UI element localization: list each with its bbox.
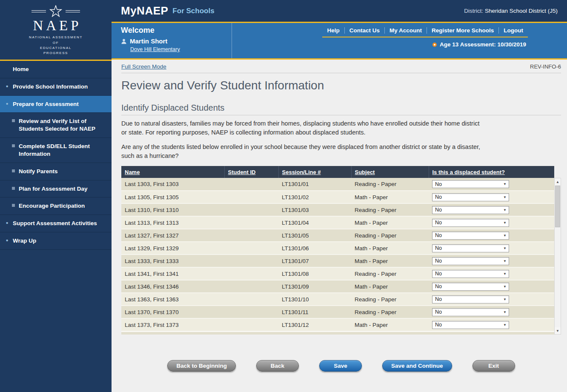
displaced-student-dropdown[interactable]: No ▼ [432,244,509,252]
displaced-cell: No ▼ [429,318,554,331]
column-header-name[interactable]: Name [121,166,224,178]
session-line-cell: LT1301/06 [278,242,351,255]
save-button[interactable]: Save [319,360,362,372]
square-bullet-icon [12,204,15,207]
column-header-student-id[interactable]: Student ID [224,166,278,178]
square-bullet-icon [12,119,15,122]
scrollbar-thumb[interactable] [555,186,560,227]
student-name-cell: Last 1333, First 1333 [121,255,224,267]
displaced-cell: No ▼ [429,306,554,318]
square-bullet-icon [12,169,15,172]
displaced-student-dropdown[interactable]: No ▼ [432,193,509,201]
column-header-label[interactable]: Is this a displaced student? [432,169,505,175]
table-scrollbar[interactable]: ▲ ▼ [554,178,561,335]
displaced-student-dropdown[interactable]: No ▼ [432,308,509,316]
chevron-down-icon: ▼ [501,310,509,314]
subject-cell: Math - Paper [351,216,429,229]
top-nav-links: Help Contact Us My Account Register More… [322,27,528,37]
table-column: Name Student ID Session/Line # Subject I… [121,166,554,335]
square-bullet-icon [12,144,15,147]
logo-tagline-line: NATIONAL ASSESSMENT [29,35,83,40]
dropdown-selected-value: No [435,232,442,238]
district-label: District: [464,8,483,14]
sidebar-item-label: Review and Verify List of Students Selec… [19,118,95,132]
intro-paragraph: Due to natural disasters, families may b… [121,119,484,137]
scroll-up-button[interactable]: ▲ [555,178,561,185]
displaced-student-dropdown[interactable]: No ▼ [432,321,509,329]
school-link[interactable]: Dove Hill Elementary [130,46,180,52]
sidebar-item-prepare-for-assessment[interactable]: • Prepare for Assessment [0,96,112,113]
page-title: Review and Verify Student Information [121,79,561,92]
app-window: NAEP NATIONAL ASSESSMENT OF EDUCATIONAL … [0,0,567,392]
student-name-cell: Last 1363, First 1363 [121,293,224,306]
displaced-cell: No ▼ [429,229,554,242]
sidebar-item-complete-sd-ell[interactable]: Complete SD/ELL Student Information [0,138,112,163]
logo-acronym: NAEP [33,18,81,34]
welcome-block: Welcome Martin Short Dove Hill Elementar… [112,23,232,58]
assessment-dot-icon [432,43,437,47]
displaced-student-dropdown[interactable]: No ▼ [432,180,509,188]
student-id-cell [224,255,278,267]
sidebar-item-support-assessment-activities[interactable]: • Support Assessment Activities [0,215,112,232]
session-line-cell: LT1301/01 [278,178,351,191]
column-header-displaced[interactable]: Is this a displaced student? [429,166,554,178]
dropdown-selected-value: No [435,207,442,213]
sidebar-item-home[interactable]: Home [0,61,112,78]
displaced-student-dropdown[interactable]: No ▼ [432,257,509,265]
scrollbar-track[interactable] [555,185,561,327]
displaced-student-dropdown[interactable]: No ▼ [432,270,509,278]
exit-button[interactable]: Exit [472,360,515,372]
session-line-cell: LT1301/11 [278,306,351,318]
dropdown-selected-value: No [435,283,442,289]
column-header-label[interactable]: Subject [355,169,375,175]
sidebar-item-label: Notify Parents [19,168,58,175]
sidebar-item-label: Support Assessment Activities [13,220,97,226]
student-name-cell: Last 1313, First 1313 [121,216,224,229]
assessment-info: Age 13 Assessment: 10/30/2019 [432,41,528,48]
displaced-student-dropdown[interactable]: No ▼ [432,206,509,214]
square-bullet-icon [12,187,15,190]
chevron-down-icon: ▼ [501,259,509,263]
naep-logo: NAEP NATIONAL ASSESSMENT OF EDUCATIONAL … [0,0,112,61]
scroll-down-button[interactable]: ▼ [555,327,561,334]
column-header-label[interactable]: Student ID [228,169,256,175]
full-screen-mode-link[interactable]: Full Screen Mode [121,63,166,70]
save-and-continue-button[interactable]: Save and Continue [382,360,452,372]
sidebar-item-plan-for-assessment-day[interactable]: Plan for Assessment Day [0,180,112,198]
sidebar-item-notify-parents[interactable]: Notify Parents [0,163,112,180]
nav-logout[interactable]: Logout [498,27,528,34]
student-name-cell: Last 1373, First 1373 [121,318,224,331]
logo-tagline-line: EDUCATIONAL [29,46,83,51]
sidebar-item-encourage-participation[interactable]: Encourage Participation [0,197,112,215]
chevron-down-icon: ▼ [501,285,509,289]
back-button[interactable]: Back [256,360,299,372]
sidebar-item-wrap-up[interactable]: • Wrap Up [0,232,112,250]
dropdown-selected-value: No [435,220,442,226]
chevron-down-icon: ▼ [501,182,509,186]
logo-tagline-line: PROGRESS [29,51,83,56]
nav-my-account[interactable]: My Account [384,27,427,34]
student-id-cell [224,318,278,331]
displaced-student-dropdown[interactable]: No ▼ [432,232,509,240]
sidebar-item-label: Wrap Up [13,237,36,244]
subject-cell: Math - Paper [351,255,429,267]
column-header-label[interactable]: Name [125,169,140,175]
session-line-cell: LT1301/07 [278,255,351,267]
sidebar-item-review-verify-students[interactable]: Review and Verify List of Students Selec… [0,113,112,138]
sidebar-item-label: Home [13,66,29,72]
column-header-label[interactable]: Session/Line # [282,169,321,175]
welcome-title: Welcome [121,26,232,35]
question-paragraph: Are any of the students listed below enr… [121,143,484,160]
nav-register-more-schools[interactable]: Register More Schools [427,27,498,34]
displaced-student-dropdown[interactable]: No ▼ [432,283,509,291]
displaced-student-dropdown[interactable]: No ▼ [432,219,509,227]
dropdown-selected-value: No [435,245,442,251]
sidebar-item-provide-school-information[interactable]: • Provide School Information [0,78,112,96]
column-header-session-line[interactable]: Session/Line # [278,166,351,178]
back-to-beginning-button[interactable]: Back to Beginning [167,360,236,372]
dropdown-selected-value: No [435,271,442,277]
nav-help[interactable]: Help [322,27,344,34]
column-header-subject[interactable]: Subject [351,166,429,178]
displaced-student-dropdown[interactable]: No ▼ [432,295,509,303]
nav-contact-us[interactable]: Contact Us [344,27,384,34]
